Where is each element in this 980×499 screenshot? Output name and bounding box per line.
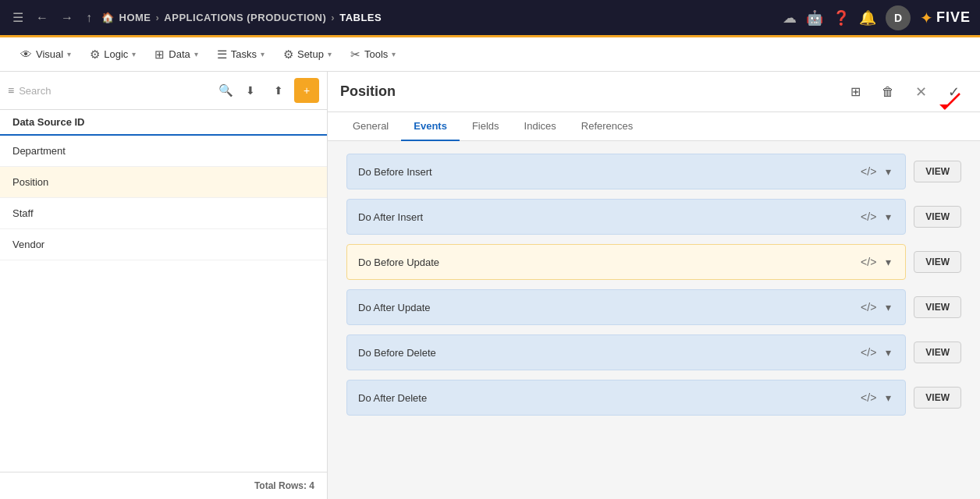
event-label-before-delete: Do Before Delete [358, 347, 436, 359]
tasks-icon: ☰ [217, 48, 227, 62]
view-button-after-update[interactable]: VIEW [914, 296, 961, 318]
event-label-after-insert: Do After Insert [358, 211, 423, 223]
sidebar-search-bar: ≡ 🔍 ⬇ ⬆ + [0, 72, 327, 110]
home-icon: 🏠 [101, 12, 115, 23]
hamburger-icon[interactable]: ☰ [9, 7, 27, 28]
main-layout: ≡ 🔍 ⬇ ⬆ + Data Source ID Department Posi… [0, 72, 980, 499]
menu-visual[interactable]: 👁 Visual ▾ [12, 43, 79, 65]
data-icon: ⊞ [154, 48, 165, 62]
tab-events[interactable]: Events [401, 112, 460, 141]
expand-icon-after-insert[interactable]: ▾ [882, 209, 894, 225]
tab-references[interactable]: References [569, 112, 645, 141]
sidebar: ≡ 🔍 ⬇ ⬆ + Data Source ID Department Posi… [0, 72, 328, 499]
tab-fields[interactable]: Fields [460, 112, 512, 141]
event-row-before-insert: Do Before Insert </> ▾ VIEW [346, 154, 961, 189]
sidebar-item-staff[interactable]: Staff [0, 198, 327, 229]
code-icon-before-update[interactable]: </> [858, 254, 879, 270]
logic-icon: ⚙ [90, 48, 100, 62]
delete-button[interactable]: 🗑 [874, 78, 902, 106]
event-field-before-delete: Do Before Delete </> ▾ [346, 334, 906, 370]
menu-setup[interactable]: ⚙ Setup ▾ [275, 43, 339, 66]
back-icon[interactable]: ← [33, 8, 51, 28]
up-icon[interactable]: ↑ [83, 8, 95, 28]
tab-general[interactable]: General [340, 112, 401, 141]
event-label-after-delete: Do After Delete [358, 392, 427, 404]
sidebar-footer: Total Rows: 4 [0, 472, 327, 499]
visual-arrow-icon: ▾ [67, 50, 71, 58]
add-button[interactable]: + [294, 78, 319, 103]
view-button-before-insert[interactable]: VIEW [914, 161, 961, 182]
tab-indices[interactable]: Indices [512, 112, 569, 141]
sidebar-items-list: Department Position Staff Vendor [0, 136, 327, 472]
setup-icon: ⚙ [283, 48, 293, 62]
breadcrumb-applications[interactable]: APPLICATIONS (PRODUCTION) [164, 12, 326, 23]
view-button-before-delete[interactable]: VIEW [914, 342, 961, 363]
robot-icon[interactable]: 🤖 [806, 9, 823, 27]
help-icon[interactable]: ❓ [833, 9, 850, 27]
logic-arrow-icon: ▾ [132, 50, 136, 58]
event-field-actions-before-update: </> ▾ [858, 254, 894, 270]
menu-logic[interactable]: ⚙ Logic ▾ [82, 43, 144, 66]
menu-logic-label: Logic [104, 48, 128, 60]
download-button[interactable]: ⬇ [238, 78, 263, 103]
code-icon-after-delete[interactable]: </> [858, 390, 879, 405]
menu-tasks-label: Tasks [231, 48, 257, 60]
expand-icon-before-delete[interactable]: ▾ [882, 345, 894, 360]
menu-bar: 👁 Visual ▾ ⚙ Logic ▾ ⊞ Data ▾ ☰ Tasks ▾ … [0, 37, 980, 72]
five-logo: ✦ FIVE [920, 9, 971, 27]
event-field-actions-after-insert: </> ▾ [858, 209, 894, 225]
code-icon-before-insert[interactable]: </> [858, 164, 879, 179]
upload-button[interactable]: ⬆ [266, 78, 291, 103]
tabs: General Events Fields Indices References [328, 112, 980, 141]
view-button-after-delete[interactable]: VIEW [914, 387, 961, 409]
content-area: Position ⊞ 🗑 ✕ ✓ General Events Fields I… [328, 72, 980, 499]
menu-tools-label: Tools [364, 48, 388, 60]
event-field-after-delete: Do After Delete </> ▾ [346, 380, 906, 416]
event-row-after-update: Do After Update </> ▾ VIEW [346, 289, 961, 325]
logo-text: FIVE [936, 9, 971, 26]
expand-icon-before-insert[interactable]: ▾ [882, 164, 894, 179]
event-row-after-delete: Do After Delete </> ▾ VIEW [346, 380, 961, 416]
bell-icon[interactable]: 🔔 [859, 9, 876, 27]
search-icon[interactable]: 🔍 [218, 83, 233, 97]
event-field-after-update: Do After Update </> ▾ [346, 289, 906, 325]
menu-data[interactable]: ⊞ Data ▾ [147, 43, 205, 66]
breadcrumb-tables[interactable]: TABLES [339, 12, 382, 23]
breadcrumb-home[interactable]: HOME [119, 12, 151, 23]
breadcrumb-sep1: › [156, 12, 160, 23]
event-field-actions-after-delete: </> ▾ [858, 390, 894, 405]
breadcrumb: 🏠 HOME › APPLICATIONS (PRODUCTION) › TAB… [101, 12, 382, 23]
menu-tools[interactable]: ✂ Tools ▾ [343, 43, 403, 66]
expand-icon-after-update[interactable]: ▾ [882, 299, 894, 315]
sidebar-item-department[interactable]: Department [0, 136, 327, 167]
events-content: Do Before Insert </> ▾ VIEW Do After Ins… [328, 141, 980, 499]
sidebar-column-header: Data Source ID [0, 110, 327, 136]
code-icon-after-insert[interactable]: </> [858, 209, 879, 225]
save-check-button[interactable]: ✓ [939, 78, 968, 106]
code-icon-before-delete[interactable]: </> [858, 345, 879, 360]
expand-icon-after-delete[interactable]: ▾ [882, 390, 894, 405]
close-button[interactable]: ✕ [907, 78, 935, 106]
header-actions: ⊞ 🗑 ✕ ✓ [841, 78, 968, 106]
forward-icon[interactable]: → [58, 8, 76, 28]
avatar[interactable]: D [886, 5, 911, 30]
view-button-before-update[interactable]: VIEW [914, 251, 961, 273]
event-label-before-update: Do Before Update [358, 257, 439, 268]
grid-view-button[interactable]: ⊞ [841, 78, 869, 106]
search-input[interactable] [19, 85, 214, 97]
event-field-actions-before-insert: </> ▾ [858, 164, 894, 179]
cloud-icon[interactable]: ☁ [783, 9, 797, 27]
menu-tasks[interactable]: ☰ Tasks ▾ [209, 43, 272, 66]
code-icon-after-update[interactable]: </> [858, 299, 879, 315]
top-navigation: ☰ ← → ↑ 🏠 HOME › APPLICATIONS (PRODUCTIO… [0, 0, 980, 37]
tools-icon: ✂ [350, 48, 360, 62]
breadcrumb-sep2: › [331, 12, 335, 23]
sidebar-item-position[interactable]: Position [0, 167, 327, 198]
sidebar-item-vendor[interactable]: Vendor [0, 229, 327, 260]
top-nav-right: ☁ 🤖 ❓ 🔔 D ✦ FIVE [783, 5, 971, 30]
view-button-after-insert[interactable]: VIEW [914, 206, 961, 228]
event-field-before-insert: Do Before Insert </> ▾ [346, 154, 906, 189]
visual-icon: 👁 [20, 48, 32, 61]
expand-icon-before-update[interactable]: ▾ [882, 254, 894, 270]
tools-arrow-icon: ▾ [392, 50, 396, 58]
